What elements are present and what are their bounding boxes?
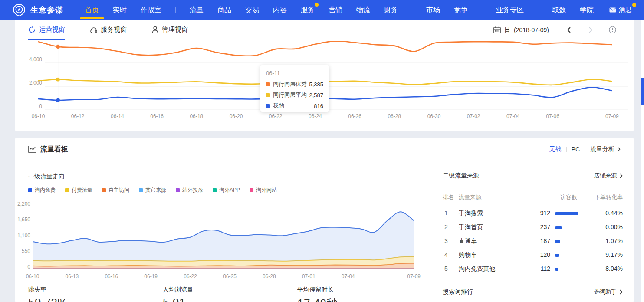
svg-text:06-22: 06-22 (184, 273, 197, 279)
nav-item-物流[interactable]: 物流 (356, 0, 370, 20)
svg-text:06-14: 06-14 (111, 113, 124, 119)
svg-text:06-30: 06-30 (427, 113, 441, 119)
traffic-source-row[interactable]: 5淘内免费其他1128.04% (443, 265, 623, 274)
nav-item-取数[interactable]: 取数 (552, 0, 566, 20)
legend-item-淘外APP[interactable]: 淘外APP (213, 187, 240, 194)
date-picker[interactable]: 日 (2018-07-09) (493, 26, 549, 34)
legend-item-付费流量[interactable]: 付费流量 (65, 187, 92, 194)
tab-management-view[interactable]: 管理视窗 (152, 20, 188, 40)
traffic-source-row[interactable]: 2手淘首页2370.00% (443, 223, 623, 232)
info-icon[interactable] (609, 26, 616, 33)
envelope-icon (609, 7, 616, 13)
table-header: 排名 流量来源 访客数 下单转化率 (443, 194, 623, 201)
nav-item-市场[interactable]: 市场 (426, 0, 440, 20)
svg-text:07-04: 07-04 (342, 273, 355, 279)
word-helper-link[interactable]: 选词助手 (594, 288, 623, 296)
wireless-toggle[interactable]: 无线 (549, 145, 562, 153)
nav-item-业务专区[interactable]: 业务专区 (496, 0, 524, 20)
nav-item-实时[interactable]: 实时 (113, 0, 127, 20)
chevron-right-icon (617, 147, 621, 152)
svg-text:06-16: 06-16 (150, 113, 164, 119)
traffic-analysis-link[interactable]: 流量分析 (590, 145, 621, 153)
divider (566, 147, 567, 152)
svg-text:06-10: 06-10 (32, 113, 45, 119)
svg-text:06-26: 06-26 (348, 113, 361, 119)
calendar-icon (493, 26, 501, 33)
pc-toggle[interactable]: PC (572, 146, 580, 153)
legend-item-淘外网站[interactable]: 淘外网站 (250, 187, 277, 194)
nav-item-流量[interactable]: 流量 (190, 0, 204, 20)
traffic-board-title: 流量看板 (28, 145, 68, 154)
traffic-board-card: 流量看板 无线 PC 流量分析 一级流量走向 淘内免费付费流量自主访问其它来源站… (15, 138, 634, 302)
view-tabbar: 运营视窗 服务视窗 管理视窗 (15, 20, 634, 40)
tooltip-row: 我的816 (266, 102, 323, 110)
traffic-source-row[interactable]: 1手淘搜索9120.44% (443, 210, 623, 218)
nav-item-财务[interactable]: 财务 (384, 0, 398, 20)
traffic-source-row[interactable]: 3直通车1871.07% (443, 237, 623, 246)
divider (482, 7, 482, 13)
scrollbar-thumb[interactable] (641, 78, 644, 105)
tab-service-view[interactable]: 服务视窗 (90, 20, 127, 40)
headset-icon (90, 26, 97, 33)
svg-text:07-04: 07-04 (506, 113, 520, 119)
svg-text:07-06: 07-06 (546, 113, 559, 119)
svg-text:07-09: 07-09 (407, 273, 421, 279)
nav-item-商品[interactable]: 商品 (217, 0, 231, 20)
svg-text:07-09: 07-09 (605, 113, 619, 119)
next-date-button[interactable] (588, 26, 593, 33)
svg-text:06-28: 06-28 (388, 113, 401, 119)
nav-item-交易[interactable]: 交易 (245, 0, 259, 20)
person-icon (152, 26, 158, 33)
svg-text:07-01: 07-01 (302, 273, 315, 279)
new-badge-dot (315, 3, 319, 7)
top-navbar: 生意参谋 首页实时作战室流量商品交易内容服务营销物流财务市场竞争业务专区取数学院… (0, 0, 644, 20)
line-chart-icon (28, 146, 36, 153)
svg-text:1,100: 1,100 (17, 233, 30, 239)
sync-icon (28, 26, 36, 33)
nav-message[interactable]: 消息 (609, 6, 632, 14)
stat-人均浏览量: 人均浏览量5.01 (163, 286, 193, 302)
divider (175, 7, 176, 13)
svg-text:550: 550 (22, 248, 30, 254)
legend-item-淘内免费[interactable]: 淘内免费 (28, 187, 56, 194)
traffic-source-row[interactable]: 4购物车1209.17% (443, 251, 623, 260)
brand[interactable]: 生意参谋 (13, 4, 63, 16)
svg-text:0: 0 (39, 103, 42, 109)
scrollbar-track[interactable] (641, 20, 644, 302)
stat-平均停留时长: 平均停留时长17.48秒 (297, 286, 338, 302)
svg-text:4,000: 4,000 (29, 56, 42, 62)
brand-title: 生意参谋 (30, 5, 63, 15)
tab-operation-view[interactable]: 运营视窗 (28, 20, 65, 40)
nav-item-营销[interactable]: 营销 (329, 0, 342, 20)
prev-date-button[interactable] (566, 26, 571, 33)
nav-item-首页[interactable]: 首页 (85, 0, 99, 20)
legend-item-其它来源[interactable]: 其它来源 (139, 187, 166, 194)
tooltip-row: 同行同层优秀5,385 (266, 80, 323, 88)
tooltip-date: 06-11 (266, 70, 323, 76)
legend-item-自主访问[interactable]: 自主访问 (102, 187, 129, 194)
message-badge-dot (632, 3, 636, 7)
nav-item-竞争[interactable]: 竞争 (454, 0, 468, 20)
svg-text:1,650: 1,650 (17, 217, 30, 223)
nav-item-服务[interactable]: 服务 (301, 0, 315, 20)
nav-item-学院[interactable]: 学院 (580, 0, 594, 20)
svg-text:06-24: 06-24 (309, 113, 322, 119)
svg-text:06-12: 06-12 (71, 113, 85, 119)
scrollbar (634, 20, 644, 302)
stat-跳失率: 跳失率59.73% (28, 286, 68, 302)
nav-item-内容[interactable]: 内容 (273, 0, 287, 20)
nav-item-作战室[interactable]: 作战室 (141, 0, 161, 20)
svg-text:06-10: 06-10 (26, 273, 39, 279)
nav-message-label: 消息 (619, 6, 632, 14)
svg-text:06-19: 06-19 (144, 273, 158, 279)
primary-traffic-title: 一级流量走向 (28, 173, 65, 181)
legend-item-站外投放[interactable]: 站外投放 (176, 187, 203, 194)
svg-text:0: 0 (27, 264, 30, 270)
traffic-area-chart[interactable]: 05501,1001,6502,20006-1006-1306-1606-190… (15, 199, 443, 286)
shop-source-link[interactable]: 店铺来源 (594, 172, 623, 180)
svg-text:06-28: 06-28 (263, 273, 276, 279)
tab-label: 运营视窗 (39, 26, 65, 34)
date-value: (2018-07-09) (514, 26, 549, 33)
chevron-right-icon (619, 289, 623, 295)
tooltip-row: 同行同层平均2,587 (266, 91, 323, 99)
